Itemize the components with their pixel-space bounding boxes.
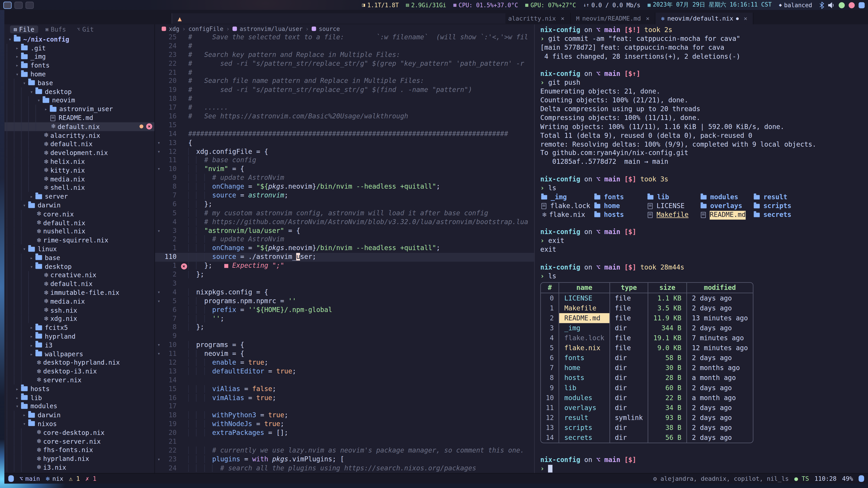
code-line[interactable]: ▾10 "nvim" = { xyxy=(155,165,534,174)
code-line[interactable]: 17# ...... xyxy=(155,103,534,112)
tree-item[interactable]: ▾neovim xyxy=(4,96,155,105)
tree-item[interactable]: ▸hosts xyxy=(4,385,155,393)
code-line[interactable]: 20 extraPackages = []; xyxy=(155,429,534,437)
tree-item[interactable]: ❄desktop-hyprland.nix xyxy=(4,358,155,367)
tree-item[interactable]: ❄fhs-fonts.nix xyxy=(4,446,155,455)
code-line[interactable]: 14 xyxy=(155,376,534,385)
tree-item[interactable]: ▸hyprland xyxy=(4,332,155,341)
tree-item[interactable]: ❄development.nix xyxy=(4,149,155,157)
tree-item[interactable]: ❄creative.nix xyxy=(4,271,155,280)
tree-item[interactable]: ❄rime-squirrel.nix xyxy=(4,236,155,245)
code-line[interactable]: 22 # currently we use lazy.nvim as neovi… xyxy=(155,447,534,455)
code-line[interactable]: 17 xyxy=(155,402,534,411)
code-line[interactable]: 1× }; ■ Expecting ";" xyxy=(155,262,534,271)
code-line[interactable]: 19# sed -ri "s/pattern_str/replace_str/g… xyxy=(155,86,534,95)
git-branch[interactable]: ⌥main xyxy=(20,475,40,482)
code-line[interactable]: 18# xyxy=(155,95,534,103)
tree-item[interactable]: ▸wallpapers xyxy=(4,350,155,358)
neotree-tab-git[interactable]: ⌥Git xyxy=(73,26,98,33)
neotree-tab-bufs[interactable]: ▣Bufs xyxy=(41,26,70,33)
bluetooth-icon[interactable] xyxy=(819,1,824,8)
neotree-tab-file[interactable]: ▤File xyxy=(10,26,38,33)
tree-item[interactable]: ❄default.nix xyxy=(4,280,155,289)
tree-item[interactable]: ▸fonts xyxy=(4,61,155,70)
tree-item[interactable]: ❄core.nix xyxy=(4,210,155,219)
workspace-3[interactable] xyxy=(26,1,34,8)
breadcrumb-item[interactable]: xdg xyxy=(169,26,179,32)
code-line[interactable]: 24 # search all the plugins using https:… xyxy=(155,464,534,473)
terminal-panel[interactable]: nix-config on ⌥ main [$!] took 2s› git c… xyxy=(534,24,868,473)
code-line[interactable]: 22# sed -ri "s/pattern_str/replace_str/g… xyxy=(155,60,534,68)
code-line[interactable]: 19 withNodeJs = true; xyxy=(155,420,534,429)
close-tab-button[interactable]: × xyxy=(646,15,649,22)
code-line[interactable]: 7 source = astronvim; xyxy=(155,191,534,200)
buffer-tab[interactable]: ❄neovim/default.nix●× xyxy=(655,13,753,24)
code-line[interactable]: ▾3 "astronvim/lua/user" = { xyxy=(155,227,534,235)
workspace-1[interactable] xyxy=(3,1,12,8)
tree-item[interactable]: ❄helix.nix xyxy=(4,157,155,166)
code-line[interactable]: 4 # https://github.com/AstroNvim/AstroNv… xyxy=(155,218,534,227)
code-line[interactable]: 7 ''; xyxy=(155,315,534,323)
code-line[interactable]: 11 # base config xyxy=(155,156,534,165)
code-line[interactable]: 9 # update AstroNvim xyxy=(155,174,534,183)
buffer-tab[interactable]: ▲alacritty.nix× xyxy=(166,13,571,24)
tree-item[interactable]: ▸.git xyxy=(4,43,155,53)
code-line[interactable]: 15 xyxy=(155,121,534,130)
tree-item[interactable]: ❄media.nix xyxy=(4,175,155,184)
tree-item[interactable]: ❄hyprland.nix xyxy=(4,454,155,463)
tree-item[interactable]: ▾linux xyxy=(4,245,155,254)
tray-app-green-icon[interactable] xyxy=(839,2,845,8)
tree-item[interactable]: ❄default.nix× xyxy=(4,122,155,131)
code-line[interactable]: ▾23 plugins = with pkgs.vimPlugins; [ xyxy=(155,455,534,464)
tree-item[interactable]: ❄immutable-file.nix xyxy=(4,288,155,297)
tree-item[interactable]: ❄xdg.nix xyxy=(4,315,155,323)
code-line[interactable]: 20# Search file name pattern and Replace… xyxy=(155,77,534,86)
tree-item[interactable]: ▸darwin xyxy=(4,411,155,420)
tree-item[interactable]: ❄core-server.nix xyxy=(4,437,155,446)
code-line[interactable]: 6 }; xyxy=(155,200,534,209)
code-line[interactable]: 5 # my cusotom astronvim config, astronv… xyxy=(155,209,534,218)
tree-item[interactable]: ❄i3.nix xyxy=(4,463,155,472)
breadcrumb-item[interactable]: configFile xyxy=(188,26,223,32)
code-line[interactable]: 1 onChange = "${pkgs.neovim}/bin/nvim --… xyxy=(155,244,534,253)
code-line[interactable]: ▾4 nixpkgs.config = { xyxy=(155,288,534,297)
code-line[interactable]: 15 viAlias = false; xyxy=(155,385,534,394)
code-line[interactable]: 16# See https://astronvim.com/Basic%20Us… xyxy=(155,112,534,121)
code-line[interactable]: 9 xyxy=(155,332,534,341)
tree-item[interactable]: ❄server.nix xyxy=(4,376,155,385)
tree-item[interactable]: ▾nixos xyxy=(4,419,155,428)
code-line[interactable]: 21 xyxy=(155,437,534,447)
tree-item[interactable]: ▾desktop xyxy=(4,87,155,96)
diagnostic-warnings[interactable]: ⚠ 1 xyxy=(69,475,80,482)
code-line[interactable]: 18 withPython3 = true; xyxy=(155,411,534,420)
tree-item[interactable]: ❄alacritty.nix xyxy=(4,131,155,140)
tree-item[interactable]: ▾base xyxy=(4,78,155,88)
workspace-2[interactable] xyxy=(14,1,23,8)
code-area[interactable]: 25# Save the selected text to a file: `:… xyxy=(155,33,534,473)
code-line[interactable]: 23# Search key pattern and Replace in Mu… xyxy=(155,51,534,60)
code-line[interactable]: ▾11 neovim = { xyxy=(155,350,534,359)
code-line[interactable]: 2 # update AstroNvim xyxy=(155,235,534,244)
breadcrumb-item[interactable]: astronvim/lua/user xyxy=(240,26,303,32)
code-line[interactable]: ▾12 xdg.configFile = { xyxy=(155,148,534,156)
tree-item[interactable]: ❄shell.nix xyxy=(4,184,155,192)
tray-app-red-icon[interactable] xyxy=(848,2,855,8)
tree-item[interactable]: ▸astronvim_user xyxy=(4,105,155,113)
tree-item[interactable]: ❄nushell.nix xyxy=(4,227,155,236)
code-line[interactable]: ▾5 programs.npm.npmrc = '' xyxy=(155,297,534,306)
code-line[interactable]: 25# Save the selected text to a file: `:… xyxy=(155,33,534,42)
tree-item[interactable]: ❄default.nix xyxy=(4,219,155,227)
code-line[interactable]: 12 enable = true; xyxy=(155,359,534,367)
tree-item[interactable]: ▾modules xyxy=(4,402,155,411)
code-line[interactable]: ▾10 programs = { xyxy=(155,341,534,350)
code-line[interactable]: 8 }; xyxy=(155,323,534,332)
volume-icon[interactable] xyxy=(828,2,835,8)
tree-item[interactable]: ▸i3 xyxy=(4,341,155,350)
tree-item[interactable]: ❄kitty.nix xyxy=(4,166,155,175)
tree-item[interactable]: ▾home xyxy=(4,70,155,78)
close-tab-button[interactable]: × xyxy=(744,15,747,22)
code-line[interactable]: 21# xyxy=(155,68,534,77)
breadcrumb-item[interactable]: source xyxy=(319,26,340,32)
tree-item[interactable]: ▸_img xyxy=(4,53,155,61)
tree-item[interactable]: README.md xyxy=(4,113,155,122)
